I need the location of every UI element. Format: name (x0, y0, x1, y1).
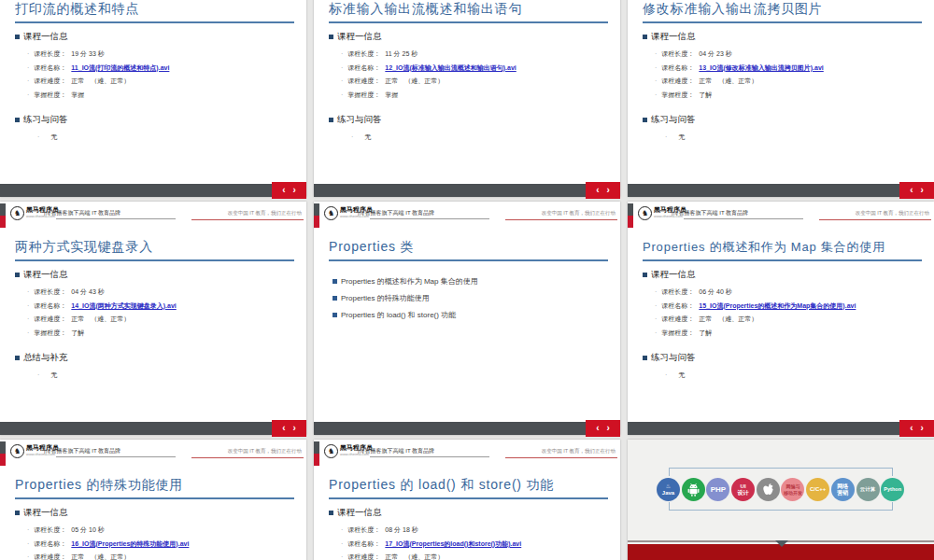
dot-bullet-icon: · (27, 62, 29, 76)
c-cpp-icon: C/C++ (806, 478, 829, 501)
dot-bullet-icon: · (655, 48, 657, 62)
next-arrow-icon[interactable]: › (921, 186, 924, 195)
header-accent-red (0, 216, 6, 228)
brand-slogan: 改变中国 IT 教育，我们正在行动 (228, 210, 302, 217)
slogan-underline (191, 457, 304, 458)
next-arrow-icon[interactable]: › (921, 424, 924, 433)
course-length-value: 04 分 43 秒 (71, 286, 104, 300)
course-file-link[interactable]: 16_IO流(Properties的特殊功能使用).avi (71, 538, 189, 552)
slide-footer-bar (314, 184, 620, 197)
slide-properties-load-store: ♞ 黑马程序员www.itheima.com |传智播客旗下高端 IT 教育品牌… (314, 440, 620, 560)
course-length-value: 05 分 10 秒 (71, 524, 104, 538)
prev-arrow-icon[interactable]: ‹ (910, 424, 913, 433)
web-mobile-icon: 网编与移动开发 (781, 478, 804, 501)
slide-grid-view: 打印流的概述和特点 课程一信息 ·课程长度：19 分 33 秒 ·课程名称：11… (0, 0, 934, 560)
slide-nav-arrows[interactable]: ‹› (272, 420, 306, 437)
next-arrow-icon[interactable]: › (607, 424, 610, 433)
android-robot-glyph (686, 483, 700, 497)
slide-footer-bar (314, 422, 620, 435)
prev-arrow-icon[interactable]: ‹ (596, 186, 599, 195)
horse-knight-icon: ♞ (10, 444, 24, 458)
course-length-value: 11 分 25 秒 (385, 48, 417, 62)
horse-knight-icon: ♞ (638, 206, 652, 220)
square-bullet-icon (329, 511, 333, 515)
course-difficulty-value: 正常 （难、正常） (71, 313, 130, 327)
course-difficulty-value: 正常 （难、正常） (71, 551, 130, 560)
course-file-link[interactable]: 13_IO流(修改标准输入输出流拷贝图片).avi (699, 62, 823, 76)
header-accent-red (314, 454, 319, 466)
prev-arrow-icon[interactable]: ‹ (282, 424, 285, 433)
brand-slogan: 改变中国 IT 教育，我们正在行动 (542, 210, 616, 217)
slide-header: ♞ 黑马程序员www.itheima.com |传智播客旗下高端 IT 教育品牌… (0, 203, 306, 228)
slide-footer-bar (0, 422, 306, 435)
slide-title: 修改标准输入输出流拷贝图片 (643, 1, 927, 18)
dot-bullet-icon: · (655, 286, 657, 300)
course-file-link[interactable]: 11_IO流(打印流的概述和特点).avi (71, 62, 169, 76)
square-bullet-icon (15, 511, 20, 515)
cloud-icon: 云计算 (856, 478, 880, 501)
dot-bullet-icon: · (27, 538, 29, 552)
course-difficulty-value: 正常 （难、正常） (71, 75, 130, 89)
square-bullet-icon (333, 313, 337, 317)
dot-bullet-icon: · (655, 75, 657, 89)
slide-header: ♞ 黑马程序员www.itheima.com |传智播客旗下高端 IT 教育品牌… (628, 203, 934, 228)
slide-header: ♞ 黑马程序员www.itheima.com |传智播客旗下高端 IT 教育品牌… (0, 441, 306, 466)
prev-arrow-icon[interactable]: ‹ (282, 186, 285, 195)
course-file-link[interactable]: 17_IO流(Properties的load()和store()功能).avi (385, 538, 521, 552)
slide-nav-arrows[interactable]: ‹› (899, 182, 934, 199)
header-accent-red (314, 216, 319, 228)
none-value: 无 (50, 131, 57, 145)
next-arrow-icon[interactable]: › (293, 424, 296, 433)
course-file-link[interactable]: 15_IO流(Properties的概述和作为Map集合的使用).avi (699, 300, 856, 314)
slogan-underline (191, 219, 304, 220)
course-file-link[interactable]: 12_IO流(标准输入输出流概述和输出语句).avi (385, 62, 516, 76)
python-icon: Python (881, 478, 904, 501)
course-mastery-value: 掌握 (385, 89, 398, 103)
slide-title: Properties 的概述和作为 Map 集合的使用 (643, 239, 927, 256)
dot-bullet-icon: · (27, 75, 29, 89)
dot-bullet-icon: · (351, 131, 353, 145)
section-heading: 练习与问答 (329, 114, 615, 126)
slogan-underline (819, 219, 931, 220)
square-bullet-icon (643, 35, 647, 39)
slide-nav-arrows[interactable]: ‹› (586, 182, 620, 199)
square-bullet-icon (329, 35, 333, 39)
course-file-link[interactable]: 14_IO流(两种方式实现键盘录入).avi (71, 300, 176, 314)
course-mastery-value: 了解 (71, 327, 84, 341)
slide-nav-arrows[interactable]: ‹› (586, 420, 620, 437)
title-underline (329, 259, 608, 261)
dot-bullet-icon: · (341, 551, 343, 560)
brand-slogan: 改变中国 IT 教育，我们正在行动 (542, 448, 616, 455)
next-arrow-icon[interactable]: › (293, 186, 296, 195)
slide-nav-arrows[interactable]: ‹› (272, 182, 306, 199)
none-value: 无 (50, 369, 57, 383)
next-arrow-icon[interactable]: › (607, 186, 610, 195)
prev-arrow-icon[interactable]: ‹ (910, 186, 913, 195)
course-mastery-value: 了解 (699, 327, 712, 341)
slide-title: 标准输入输出流概述和输出语句 (329, 1, 613, 18)
slide-title: Properties 的 load() 和 store() 功能 (329, 477, 613, 494)
header-divider (370, 456, 489, 457)
course-length-value: 06 分 40 秒 (699, 286, 731, 300)
section-heading: 课程一信息 (329, 507, 615, 519)
slide-footer-bar (628, 184, 934, 197)
header-accent-dark (314, 441, 319, 454)
dot-bullet-icon: · (665, 131, 667, 145)
slide-print-stream-overview: 打印流的概述和特点 课程一信息 ·课程长度：19 分 33 秒 ·课程名称：11… (0, 0, 306, 197)
none-value: 无 (364, 131, 371, 145)
header-accent-red (628, 216, 633, 228)
section-heading: 练习与问答 (643, 114, 928, 126)
course-mastery-value: 了解 (699, 89, 712, 103)
header-accent-dark (0, 203, 6, 216)
prev-arrow-icon[interactable]: ‹ (596, 424, 599, 433)
dot-bullet-icon: · (27, 551, 29, 560)
slide-nav-arrows[interactable]: ‹› (899, 420, 934, 437)
dot-bullet-icon: · (27, 286, 29, 300)
dot-bullet-icon: · (341, 89, 343, 103)
course-mastery-value: 掌握 (71, 89, 84, 103)
agenda-item: Properties 的概述和作为 Map 集合的使用 (333, 274, 613, 288)
header-divider (684, 218, 803, 219)
slide-title: 打印流的概述和特点 (15, 1, 299, 18)
slide-properties-special-features: ♞ 黑马程序员www.itheima.com |传智播客旗下高端 IT 教育品牌… (0, 440, 306, 560)
brand-slogan: 改变中国 IT 教育，我们正在行动 (856, 210, 929, 217)
